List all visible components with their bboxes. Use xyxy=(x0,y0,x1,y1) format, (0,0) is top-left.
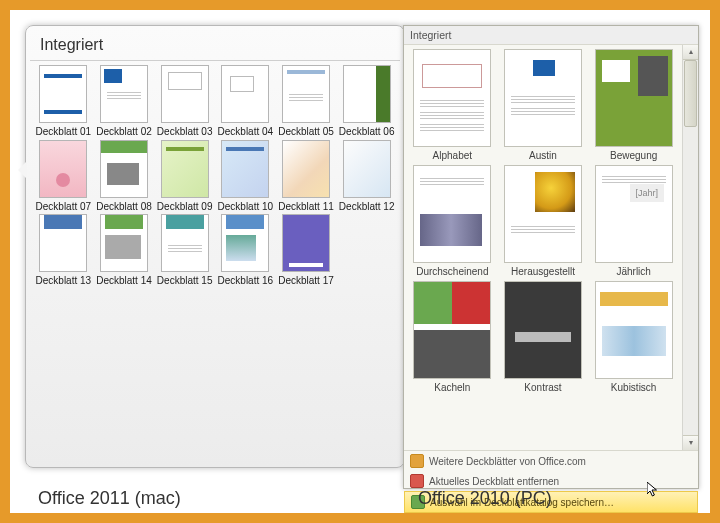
mac-template-grid: Deckblatt 01 Deckblatt 02 Deckblatt 03 D… xyxy=(30,61,400,291)
template-thumbnail: [Jahr] xyxy=(595,165,673,263)
pc-template-grid: Alphabet Austin Bewegung Durchscheinend … xyxy=(404,45,682,450)
template-item[interactable]: Deckblatt 11 xyxy=(277,140,336,213)
template-thumbnail xyxy=(504,49,582,147)
remove-icon xyxy=(410,474,424,488)
template-item[interactable]: Deckblatt 12 xyxy=(337,140,396,213)
template-label: Deckblatt 17 xyxy=(277,275,336,287)
template-thumbnail xyxy=(413,165,491,263)
template-item[interactable]: Deckblatt 03 xyxy=(155,65,214,138)
gallery-section-title: Integriert xyxy=(404,26,698,45)
template-label: Deckblatt 01 xyxy=(34,126,93,138)
scroll-down-button[interactable]: ▾ xyxy=(683,435,698,450)
template-item[interactable]: Deckblatt 13 xyxy=(34,214,93,287)
template-thumbnail xyxy=(39,140,87,198)
cover-page-gallery-mac: Integriert Deckblatt 01 Deckblatt 02 Dec… xyxy=(25,25,405,468)
template-label: Deckblatt 06 xyxy=(337,126,396,138)
template-item[interactable]: Deckblatt 06 xyxy=(337,65,396,138)
template-item[interactable]: Bewegung xyxy=(588,47,679,163)
template-label: Deckblatt 16 xyxy=(216,275,275,287)
template-thumbnail xyxy=(282,65,330,123)
template-item[interactable]: Deckblatt 09 xyxy=(155,140,214,213)
template-item[interactable]: Kacheln xyxy=(407,279,498,395)
template-item[interactable]: Deckblatt 02 xyxy=(95,65,154,138)
template-item[interactable]: Deckblatt 10 xyxy=(216,140,275,213)
template-item[interactable]: Deckblatt 08 xyxy=(95,140,154,213)
template-thumbnail xyxy=(161,140,209,198)
caption-pc: Office 2010 (PC) xyxy=(418,488,552,509)
popover-tail xyxy=(18,161,27,179)
template-label: Deckblatt 12 xyxy=(337,201,396,213)
template-label: Deckblatt 02 xyxy=(95,126,154,138)
template-thumbnail xyxy=(161,214,209,272)
template-item[interactable]: Deckblatt 14 xyxy=(95,214,154,287)
template-item[interactable]: Austin xyxy=(498,47,589,163)
template-label: Deckblatt 10 xyxy=(216,201,275,213)
template-label: Austin xyxy=(499,150,588,161)
gallery-section-title: Integriert xyxy=(30,34,400,61)
scrollbar[interactable]: ▴ ▾ xyxy=(682,45,698,450)
template-item[interactable]: Kubistisch xyxy=(588,279,679,395)
template-label: Herausgestellt xyxy=(499,266,588,277)
template-label: Kontrast xyxy=(499,382,588,393)
template-label: Deckblatt 07 xyxy=(34,201,93,213)
template-item[interactable]: Herausgestellt xyxy=(498,163,589,279)
template-thumbnail xyxy=(595,49,673,147)
template-label: Bewegung xyxy=(589,150,678,161)
template-label: Jährlich xyxy=(589,266,678,277)
template-thumbnail xyxy=(282,140,330,198)
template-label: Deckblatt 11 xyxy=(277,201,336,213)
template-item[interactable]: Deckblatt 01 xyxy=(34,65,93,138)
template-item[interactable]: Alphabet xyxy=(407,47,498,163)
template-thumbnail xyxy=(39,214,87,272)
template-label: Deckblatt 15 xyxy=(155,275,214,287)
template-thumbnail xyxy=(504,165,582,263)
scrollbar-thumb[interactable] xyxy=(684,60,697,127)
template-thumbnail xyxy=(100,214,148,272)
office-icon xyxy=(410,454,424,468)
template-item[interactable]: Deckblatt 07 xyxy=(34,140,93,213)
template-item[interactable]: Deckblatt 04 xyxy=(216,65,275,138)
template-label: Deckblatt 05 xyxy=(277,126,336,138)
template-thumbnail xyxy=(100,140,148,198)
caption-mac: Office 2011 (mac) xyxy=(38,488,181,509)
pc-gallery-body: Alphabet Austin Bewegung Durchscheinend … xyxy=(404,45,698,450)
template-thumbnail xyxy=(504,281,582,379)
template-thumbnail xyxy=(413,49,491,147)
template-label: Kubistisch xyxy=(589,382,678,393)
template-thumbnail xyxy=(413,281,491,379)
template-item[interactable]: Deckblatt 15 xyxy=(155,214,214,287)
template-item[interactable]: Deckblatt 05 xyxy=(277,65,336,138)
template-item[interactable]: Kontrast xyxy=(498,279,589,395)
template-label: Deckblatt 14 xyxy=(95,275,154,287)
template-thumbnail xyxy=(221,65,269,123)
template-thumbnail xyxy=(343,65,391,123)
template-thumbnail xyxy=(343,140,391,198)
template-label: Deckblatt 03 xyxy=(155,126,214,138)
template-item[interactable]: Deckblatt 17 xyxy=(277,214,336,287)
template-thumbnail xyxy=(161,65,209,123)
template-thumbnail xyxy=(221,214,269,272)
template-label: Kacheln xyxy=(408,382,497,393)
template-label: Deckblatt 13 xyxy=(34,275,93,287)
template-thumbnail xyxy=(595,281,673,379)
template-label: Deckblatt 09 xyxy=(155,201,214,213)
template-item[interactable]: [Jahr] Jährlich xyxy=(588,163,679,279)
template-item[interactable]: Durchscheinend xyxy=(407,163,498,279)
footer-label: Aktuelles Deckblatt entfernen xyxy=(429,476,559,487)
template-label: Alphabet xyxy=(408,150,497,161)
more-from-office-link[interactable]: Weitere Deckblätter von Office.com xyxy=(404,451,698,471)
template-label: Durchscheinend xyxy=(408,266,497,277)
template-thumbnail xyxy=(221,140,269,198)
cover-page-gallery-pc: Integriert Alphabet Austin Bewegung Durc… xyxy=(403,25,699,489)
template-thumbnail xyxy=(39,65,87,123)
template-label: Deckblatt 04 xyxy=(216,126,275,138)
template-item[interactable]: Deckblatt 16 xyxy=(216,214,275,287)
template-thumbnail xyxy=(282,214,330,272)
comparison-stage: Integriert Deckblatt 01 Deckblatt 02 Dec… xyxy=(10,10,710,513)
template-label: Deckblatt 08 xyxy=(95,201,154,213)
scroll-up-button[interactable]: ▴ xyxy=(683,45,698,60)
footer-label: Weitere Deckblätter von Office.com xyxy=(429,456,586,467)
template-thumbnail xyxy=(100,65,148,123)
